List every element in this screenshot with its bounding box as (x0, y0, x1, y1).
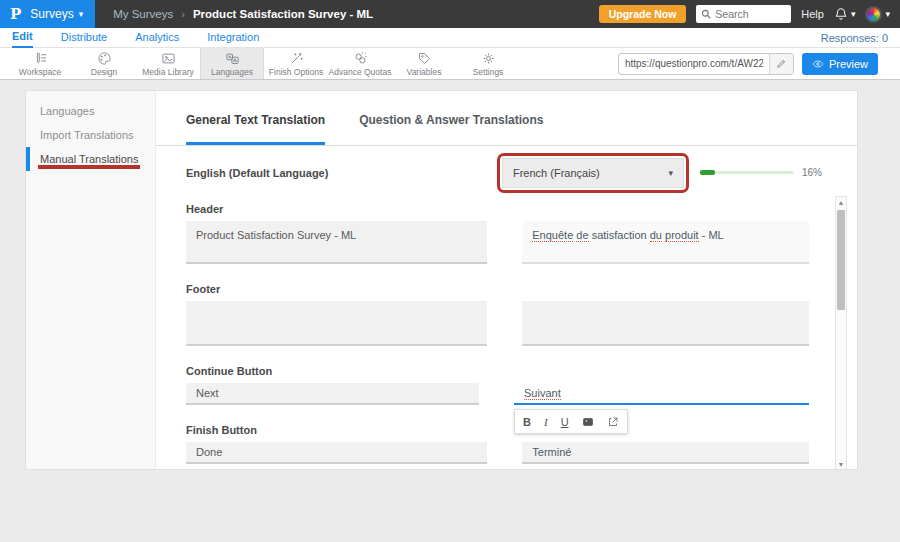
palette-icon (97, 51, 112, 66)
tab-question-answer-translations[interactable]: Question & Answer Translations (359, 113, 543, 145)
nav-analytics[interactable]: Analytics (135, 28, 179, 47)
scroll-up-arrow[interactable]: ▲ (838, 197, 845, 208)
global-search[interactable] (696, 5, 791, 23)
field-row-footer: Footer (186, 283, 809, 346)
edit-toolbar: Workspace Design Media Library Languages… (0, 48, 900, 80)
nav-distribute[interactable]: Distribute (61, 28, 107, 47)
search-input[interactable] (715, 8, 785, 20)
tool-design[interactable]: Design (72, 48, 136, 79)
scroll-down-arrow[interactable]: ▼ (838, 459, 845, 469)
tag-icon (417, 51, 432, 66)
finish-source-input[interactable]: Done (186, 442, 487, 464)
tool-advance-quotas[interactable]: Advance Quotas (328, 48, 392, 79)
tab-general-text-translation[interactable]: General Text Translation (186, 113, 325, 145)
language-row: English (Default Language) French (Franç… (156, 146, 857, 199)
chevron-down-icon: ▾ (79, 9, 84, 19)
avatar (865, 6, 882, 23)
tool-media-library[interactable]: Media Library (136, 48, 200, 79)
gear-icon (481, 51, 496, 66)
external-link-icon (607, 416, 619, 428)
sidebar-item-languages[interactable]: Languages (26, 99, 155, 123)
translation-fields: Header Product Satisfaction Survey - ML … (156, 199, 857, 469)
target-language-select[interactable]: French (Français) ▾ (502, 158, 684, 188)
vertical-scrollbar[interactable]: ▲ ▼ (835, 196, 847, 469)
top-bar: P Surveys ▾ My Surveys › Product Satisfa… (0, 0, 900, 28)
finish-translation-input[interactable]: Terminé (522, 442, 809, 464)
source-language-label: English (Default Language) (186, 167, 328, 179)
bell-icon (834, 7, 848, 21)
image-icon (582, 416, 594, 428)
upgrade-now-button[interactable]: Upgrade Now (599, 5, 687, 23)
preview-button[interactable]: Preview (802, 53, 878, 75)
eye-icon (812, 58, 824, 70)
footer-translation-textarea[interactable] (522, 301, 809, 346)
breadcrumb-my-surveys[interactable]: My Surveys (113, 8, 173, 20)
annotation-underline (38, 165, 140, 169)
wand-icon (289, 51, 304, 66)
breadcrumb-separator-icon: › (181, 8, 185, 20)
scroll-thumb[interactable] (837, 210, 845, 310)
chevron-down-icon: ▾ (668, 168, 673, 178)
section-nav: Edit Distribute Analytics Integration Re… (0, 28, 900, 48)
tool-variables[interactable]: Variables (392, 48, 456, 79)
chain-links-icon (353, 51, 368, 66)
translate-icon (225, 51, 240, 66)
tool-settings[interactable]: Settings (456, 48, 520, 79)
edit-url-button[interactable] (769, 53, 793, 75)
field-label: Finish Button (186, 424, 809, 436)
header-translation-textarea[interactable]: Enquête de satisfaction du produit - ML (522, 221, 809, 264)
image-icon (161, 51, 176, 66)
notifications-menu[interactable]: ▾ (834, 7, 856, 21)
field-row-finish-button: Finish Button Done Terminé (186, 424, 809, 464)
app-window: P Surveys ▾ My Surveys › Product Satisfa… (0, 0, 900, 542)
tool-workspace[interactable]: Workspace (8, 48, 72, 79)
progress-fill (700, 170, 715, 175)
chevron-down-icon: ▾ (851, 9, 856, 19)
field-label: Continue Button (186, 365, 809, 377)
responses-count[interactable]: Responses: 0 (821, 32, 888, 44)
pencil-icon (776, 58, 787, 69)
sidebar-item-import-translations[interactable]: Import Translations (26, 123, 155, 147)
bold-button[interactable]: B (523, 416, 531, 428)
page-title: Product Satisfaction Survey - ML (193, 8, 373, 20)
field-row-continue-button: Continue Button Next Suivant B I U (186, 365, 809, 405)
nav-integration[interactable]: Integration (207, 28, 259, 47)
italic-button[interactable]: I (544, 416, 548, 428)
continue-translation-input[interactable]: Suivant (514, 383, 809, 405)
field-label: Header (186, 203, 809, 215)
text-editor-toolbar: B I U (514, 409, 628, 434)
breadcrumb: My Surveys › Product Satisfaction Survey… (113, 8, 373, 20)
product-menu-label: Surveys (30, 7, 73, 21)
translations-sidebar: Languages Import Translations Manual Tra… (26, 91, 156, 469)
scroll-track[interactable] (836, 208, 846, 459)
progress-bar (700, 171, 794, 174)
translations-panel: Languages Import Translations Manual Tra… (25, 90, 858, 470)
underline-button[interactable]: U (561, 416, 569, 428)
translation-tabs: General Text Translation Question & Answ… (156, 91, 857, 146)
translation-progress: 16% (700, 167, 822, 178)
field-label: Footer (186, 283, 809, 295)
footer-source-textarea[interactable] (186, 301, 487, 346)
workspace-icon (33, 51, 48, 66)
progress-percent: 16% (802, 167, 822, 178)
questionpro-logo: P (10, 5, 21, 23)
continue-source-input[interactable]: Next (186, 383, 479, 405)
account-menu[interactable]: ▾ (865, 6, 890, 23)
field-row-header: Header Product Satisfaction Survey - ML … (186, 203, 809, 264)
insert-link-button[interactable] (607, 415, 619, 428)
insert-image-button[interactable] (582, 415, 594, 428)
tool-finish-options[interactable]: Finish Options (264, 48, 328, 79)
nav-edit[interactable]: Edit (12, 27, 33, 48)
tool-languages[interactable]: Languages (200, 48, 264, 79)
help-link[interactable]: Help (801, 8, 824, 20)
product-menu[interactable]: P Surveys ▾ (0, 0, 95, 28)
translation-content: General Text Translation Question & Answ… (156, 91, 857, 469)
header-source-textarea[interactable]: Product Satisfaction Survey - ML (186, 221, 487, 264)
survey-url-group (618, 53, 794, 75)
search-icon (701, 9, 711, 19)
survey-url-input[interactable] (619, 58, 769, 69)
chevron-down-icon: ▾ (885, 9, 890, 19)
